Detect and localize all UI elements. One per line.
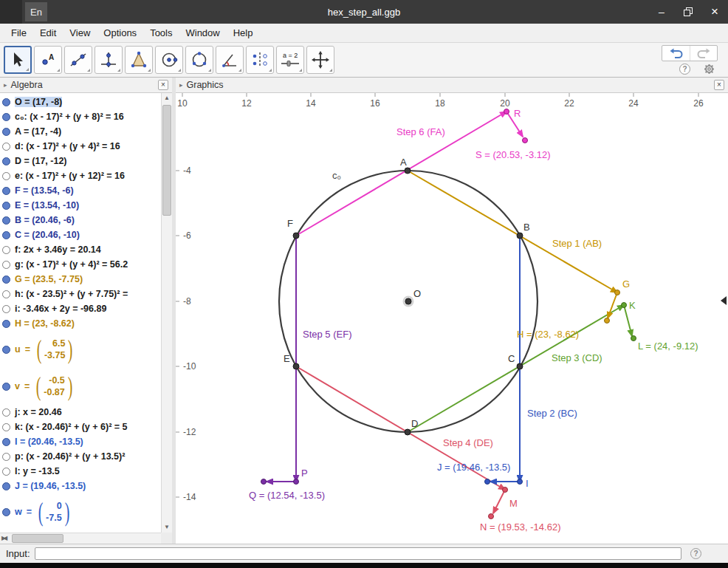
tool-conic-button[interactable] [185, 46, 213, 74]
label-S-coords[interactable]: S = (20.53, -3.12) [475, 149, 551, 160]
label-G[interactable]: G [622, 278, 630, 290]
label-N-coords[interactable]: N = (19.53, -14.62) [480, 521, 560, 533]
label-E[interactable]: E [284, 353, 290, 364]
tool-dropdown-icon[interactable] [117, 69, 120, 72]
point-I[interactable] [518, 479, 523, 485]
tool-line-button[interactable] [64, 46, 92, 74]
tool-dropdown-icon[interactable] [299, 69, 302, 72]
tool-reflect-button[interactable] [246, 46, 274, 74]
ray-step3-CD[interactable] [408, 305, 624, 432]
label-B[interactable]: B [523, 222, 530, 233]
label-J-coords[interactable]: J = (19.46, -13.5) [437, 462, 510, 473]
tool-dropdown-icon[interactable] [178, 69, 181, 72]
undo-button[interactable] [662, 46, 690, 61]
tool-dropdown-icon[interactable] [269, 69, 272, 72]
algebra-item[interactable]: G = (23.5, -7.75) [0, 272, 161, 287]
visibility-marble-on[interactable] [2, 438, 10, 446]
algebra-item[interactable]: i: -3.46x + 2y = -96.89 [0, 301, 161, 316]
help-icon[interactable]: ? [679, 64, 690, 75]
points[interactable] [261, 109, 636, 519]
gear-icon[interactable] [704, 64, 715, 75]
label-M[interactable]: M [509, 498, 518, 509]
graphics-canvas[interactable]: 10 12 14 16 18 20 22 24 26 -4 -6 -8 -10 … [176, 93, 728, 544]
algebra-collapse-icon[interactable]: ▸ [4, 81, 7, 89]
algebra-item[interactable]: O = (17, -8) [0, 95, 161, 109]
label-F[interactable]: F [287, 218, 293, 229]
label-L-coords[interactable]: L = (24, -9.12) [638, 341, 698, 352]
arrow-M-N[interactable] [493, 490, 505, 513]
algebra-item[interactable]: c₀: (x - 17)² + (y + 8)² = 16 [0, 109, 161, 124]
visibility-marble-on[interactable] [2, 202, 10, 210]
visibility-marble-on[interactable] [2, 113, 10, 121]
point-C[interactable] [517, 363, 523, 369]
algebra-close-button[interactable]: × [158, 80, 168, 90]
point-Q[interactable] [261, 479, 267, 485]
algebra-vertical-scrollbar[interactable]: ▲ ▼ [161, 93, 172, 533]
tool-dropdown-icon[interactable] [208, 69, 211, 72]
visibility-marble-on[interactable] [2, 157, 10, 165]
algebra-item[interactable]: w=(0-7.5) [0, 493, 161, 530]
visibility-marble-off[interactable] [2, 468, 10, 476]
label-Q-coords[interactable]: Q = (12.54, -13.5) [249, 490, 325, 501]
algebra-item[interactable]: I = (20.46, -13.5) [0, 434, 161, 449]
point-G[interactable] [615, 290, 620, 295]
label-O[interactable]: O [413, 288, 421, 299]
tool-move-graphics-button[interactable] [306, 46, 334, 74]
tool-perpendicular-line-button[interactable] [95, 46, 123, 74]
label-step3[interactable]: Step 3 (CD) [552, 352, 602, 363]
menu-options[interactable]: Options [97, 24, 143, 42]
menu-view[interactable]: View [63, 24, 97, 42]
menu-window[interactable]: Window [179, 24, 226, 42]
tool-dropdown-icon[interactable] [26, 68, 29, 71]
visibility-marble-off[interactable] [2, 246, 10, 254]
algebra-item[interactable]: k: (x - 20.46)² + (y + 6)² = 5 [0, 420, 161, 434]
label-step4[interactable]: Step 4 (DE) [443, 437, 493, 448]
visibility-marble-on[interactable] [2, 187, 10, 195]
label-C[interactable]: C [508, 353, 515, 364]
algebra-item[interactable]: u=(6.5-3.75) [0, 331, 161, 368]
tool-dropdown-icon[interactable] [329, 69, 332, 72]
label-c0[interactable]: c₀ [332, 170, 341, 181]
visibility-marble-off[interactable] [2, 290, 10, 298]
visibility-marble-on[interactable] [2, 346, 10, 354]
algebra-item[interactable]: h: (x - 23.5)² + (y + 7.75)² = [0, 287, 161, 301]
label-D[interactable]: D [411, 418, 418, 429]
tool-angle-button[interactable] [216, 46, 244, 74]
algebra-item[interactable]: p: (x - 20.46)² + (y + 13.5)² [0, 449, 161, 464]
label-A[interactable]: A [400, 157, 407, 168]
tool-slider-button[interactable]: a = 2 [276, 46, 304, 74]
label-R[interactable]: R [514, 108, 521, 119]
algebra-item[interactable]: B = (20.46, -6) [0, 213, 161, 227]
label-I[interactable]: I [526, 478, 529, 489]
graphics-close-button[interactable]: × [714, 80, 724, 90]
algebra-item[interactable]: g: (x - 17)² + (y + 4)² = 56.2 [0, 257, 161, 272]
tool-point-button[interactable]: A [34, 46, 62, 74]
vertical-scroll-thumb[interactable] [162, 105, 171, 216]
algebra-item[interactable]: f: 2x + 3.46y = 20.14 [0, 242, 161, 257]
scroll-down-icon[interactable]: ▼ [162, 522, 172, 533]
algebra-item[interactable]: A = (17, -4) [0, 124, 161, 139]
graphics-collapse-icon[interactable]: ▸ [179, 81, 183, 89]
visibility-marble-on[interactable] [2, 320, 10, 328]
point-F[interactable] [293, 233, 299, 239]
label-step5[interactable]: Step 5 (EF) [303, 329, 351, 340]
label-step2[interactable]: Step 2 (BC) [527, 408, 577, 419]
point-H[interactable] [605, 318, 610, 324]
visibility-marble-off[interactable] [2, 408, 10, 417]
label-step1[interactable]: Step 1 (AB) [552, 238, 602, 249]
menu-edit[interactable]: Edit [33, 24, 63, 42]
point-B[interactable] [517, 233, 523, 239]
label-H-coords[interactable]: H = (23, -8.62) [517, 329, 579, 340]
tool-move-button[interactable] [4, 46, 32, 74]
tool-dropdown-icon[interactable] [87, 69, 90, 72]
visibility-marble-off[interactable] [2, 453, 10, 461]
tool-dropdown-icon[interactable] [148, 69, 151, 72]
visibility-marble-on[interactable] [2, 98, 10, 106]
restore-button[interactable] [675, 0, 701, 24]
algebra-item[interactable]: j: x = 20.46 [0, 405, 161, 420]
panel-collapse-arrow[interactable] [721, 296, 727, 305]
point-labels[interactable]: A B C D E F O c₀ R G K P I M S = [249, 108, 698, 533]
point-S[interactable] [523, 138, 528, 143]
point-K[interactable] [622, 303, 627, 308]
horizontal-scroll-thumb[interactable] [12, 534, 63, 543]
